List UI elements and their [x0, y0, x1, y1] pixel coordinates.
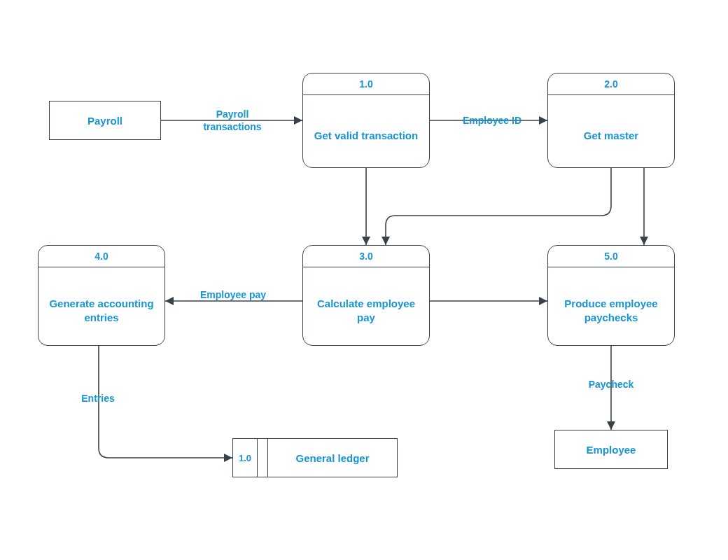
process-4: 4.0 Generate accounting entries [38, 245, 165, 346]
process-5-id: 5.0 [548, 246, 674, 267]
flow-p4-to-ledger [99, 346, 232, 458]
process-3-id: 3.0 [303, 246, 429, 267]
entity-employee: Employee [554, 430, 668, 469]
flow-p2-to-p3 [386, 168, 611, 245]
flow-label-employee-pay: Employee pay [195, 288, 272, 301]
datastore-ledger: 1.0 General ledger [232, 438, 398, 477]
flow-label-employee-id: Employee ID [454, 114, 531, 127]
entity-payroll-label: Payroll [88, 115, 122, 127]
entity-payroll: Payroll [49, 101, 161, 140]
entity-employee-label: Employee [587, 444, 636, 456]
process-3-title: Calculate employee pay [303, 267, 429, 346]
process-1-title: Get valid transaction [303, 95, 429, 168]
flow-label-entries: Entries [70, 392, 126, 405]
process-5: 5.0 Produce employee paychecks [547, 245, 675, 346]
process-5-title: Produce employee paychecks [548, 267, 674, 346]
flow-label-paycheck: Paycheck [580, 378, 643, 391]
process-4-title: Generate accounting entries [38, 267, 164, 346]
process-3: 3.0 Calculate employee pay [302, 245, 430, 346]
process-1-id: 1.0 [303, 74, 429, 95]
process-2: 2.0 Get master [547, 73, 675, 168]
datastore-ledger-label: General ledger [268, 439, 397, 477]
datastore-ledger-id: 1.0 [233, 439, 258, 477]
diagram-canvas: Payroll 1.0 Get valid transaction 2.0 Ge… [0, 0, 728, 560]
flow-label-payroll-transactions: Payroll transactions [190, 108, 274, 133]
process-1: 1.0 Get valid transaction [302, 73, 430, 168]
process-4-id: 4.0 [38, 246, 164, 267]
process-2-id: 2.0 [548, 74, 674, 95]
datastore-ledger-divider [258, 439, 268, 477]
process-2-title: Get master [548, 95, 674, 168]
